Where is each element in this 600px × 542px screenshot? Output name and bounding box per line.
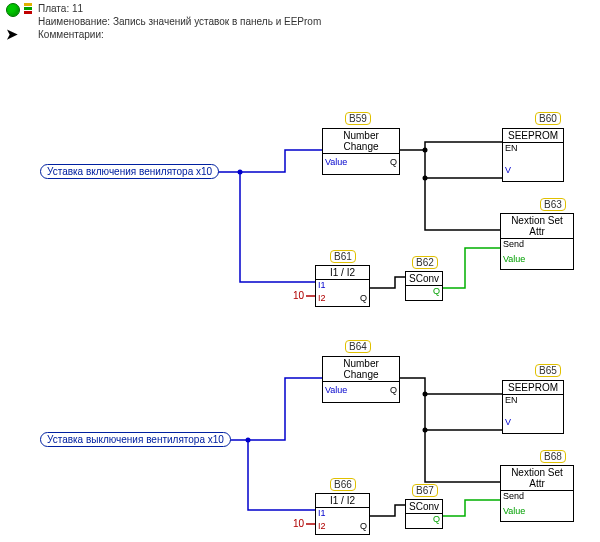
svg-point-4: [423, 428, 428, 433]
port-i1: I1: [318, 508, 326, 518]
port-q: Q: [390, 385, 397, 395]
block-title: Nextion Set Attr: [501, 214, 573, 239]
port-value: Value: [325, 157, 347, 167]
svg-point-5: [246, 438, 251, 443]
port-en: EN: [505, 143, 518, 153]
block-title: SEEPROM: [503, 381, 563, 395]
block-title: Nextion Set Attr: [501, 466, 573, 491]
port-value: Value: [503, 506, 525, 516]
tag-b66: B66: [330, 478, 356, 491]
block-nextion-b63[interactable]: Nextion Set Attr Send Value: [500, 213, 574, 270]
block-seeprom-b60[interactable]: SEEPROM EN V: [502, 128, 564, 182]
port-send: Send: [503, 239, 524, 249]
tag-b61: B61: [330, 250, 356, 263]
wiring-layer: [0, 0, 600, 542]
port-en: EN: [505, 395, 518, 405]
block-div-b66[interactable]: I1 / I2 I1 I2 Q: [315, 493, 370, 535]
port-i2: I2: [318, 521, 326, 531]
tag-b63: B63: [540, 198, 566, 211]
svg-point-0: [423, 148, 428, 153]
block-sconv-b67[interactable]: SСonv Q: [405, 499, 443, 529]
block-title: I1 / I2: [316, 266, 369, 280]
port-v: V: [505, 165, 511, 175]
block-title: SEEPROM: [503, 129, 563, 143]
port-send: Send: [503, 491, 524, 501]
block-title: I1 / I2: [316, 494, 369, 508]
port-v: V: [505, 417, 511, 427]
tag-b62: B62: [412, 256, 438, 269]
input-fan-on[interactable]: Уставка включения венилятора x10: [40, 164, 219, 179]
block-number-change-b64[interactable]: Number Change Value Q: [322, 356, 400, 403]
port-i1: I1: [318, 280, 326, 290]
const-10-a: 10: [293, 290, 304, 301]
block-seeprom-b65[interactable]: SEEPROM EN V: [502, 380, 564, 434]
tag-b60: B60: [535, 112, 561, 125]
block-sconv-b62[interactable]: SСonv Q: [405, 271, 443, 301]
svg-point-1: [423, 176, 428, 181]
port-q: Q: [433, 514, 440, 524]
block-title: Number Change: [323, 357, 399, 382]
const-10-b: 10: [293, 518, 304, 529]
tag-b59: B59: [345, 112, 371, 125]
tag-b65: B65: [535, 364, 561, 377]
block-nextion-b68[interactable]: Nextion Set Attr Send Value: [500, 465, 574, 522]
tag-b67: B67: [412, 484, 438, 497]
tag-b64: B64: [345, 340, 371, 353]
input-fan-off[interactable]: Уставка выключения вентилятора x10: [40, 432, 231, 447]
port-q: Q: [433, 286, 440, 296]
svg-point-2: [238, 170, 243, 175]
port-q: Q: [390, 157, 397, 167]
port-i2: I2: [318, 293, 326, 303]
block-title: SСonv: [406, 272, 442, 286]
block-title: SСonv: [406, 500, 442, 514]
tag-b68: B68: [540, 450, 566, 463]
block-number-change-b59[interactable]: Number Change Value Q: [322, 128, 400, 175]
port-q: Q: [360, 293, 367, 303]
port-value: Value: [503, 254, 525, 264]
port-value: Value: [325, 385, 347, 395]
port-q: Q: [360, 521, 367, 531]
block-title: Number Change: [323, 129, 399, 154]
block-div-b61[interactable]: I1 / I2 I1 I2 Q: [315, 265, 370, 307]
svg-point-3: [423, 392, 428, 397]
